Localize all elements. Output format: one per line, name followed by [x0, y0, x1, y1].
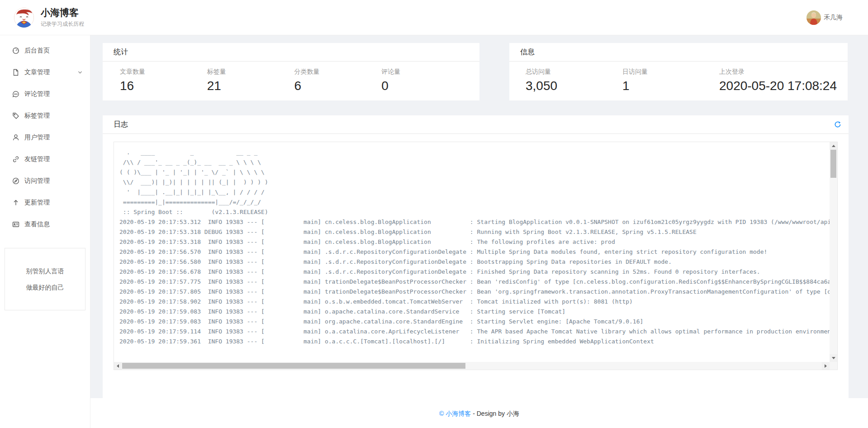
comment-icon: [12, 90, 19, 98]
stats-card: 统计 文章数量 16 标签量 21 分类数量 6: [103, 43, 479, 100]
stat-value: 1: [622, 79, 719, 93]
compass-icon: [12, 177, 19, 185]
stat-value: 2020-05-20 17:08:24: [719, 79, 837, 93]
user-avatar: [806, 10, 821, 25]
scroll-up-button[interactable]: [830, 142, 837, 150]
log-card-title: 日志: [114, 120, 128, 129]
site-title: 小海博客: [41, 7, 84, 19]
info-total-visits: 总访问量 3,050: [526, 68, 622, 93]
sidebar: 后台首页 文章管理 评论管理 标签管理: [0, 35, 90, 428]
sidebar-item-label: 评论管理: [24, 90, 50, 98]
dashboard-icon: [12, 47, 19, 54]
arrow-up-icon: [12, 199, 19, 206]
link-icon: [12, 156, 19, 163]
sidebar-item-updates[interactable]: 更新管理: [0, 192, 90, 214]
sidebar-item-comments[interactable]: 评论管理: [0, 83, 90, 105]
info-last-login: 上次登录 2020-05-20 17:08:24: [719, 68, 837, 93]
sidebar-item-label: 访问管理: [24, 177, 50, 185]
sidebar-item-label: 友链管理: [24, 155, 50, 163]
username: 禾几海: [824, 14, 843, 22]
motto-line-2: 做最好的自己: [9, 284, 81, 292]
sidebar-item-visits[interactable]: 访问管理: [0, 170, 90, 192]
brand[interactable]: 小海博客 记录学习成长历程: [14, 7, 84, 28]
footer-design-text: - Design by 小海: [471, 410, 519, 417]
motto-line-1: 别管别人言语: [9, 267, 81, 276]
sidebar-item-articles[interactable]: 文章管理: [0, 62, 90, 83]
sidebar-item-users[interactable]: 用户管理: [0, 127, 90, 148]
user-icon: [12, 134, 19, 141]
sidebar-item-label: 用户管理: [24, 133, 50, 142]
sidebar-item-label: 查看信息: [24, 220, 50, 228]
user-menu[interactable]: 禾几海: [806, 10, 843, 25]
sidebar-item-dashboard[interactable]: 后台首页: [0, 40, 90, 62]
horizontal-scrollbar[interactable]: [114, 362, 830, 370]
motto-box: 别管别人言语 做最好的自己: [5, 248, 85, 310]
stat-value: 0: [381, 79, 469, 93]
stat-label: 总访问量: [526, 68, 622, 76]
log-viewer: . ____ _ __ _ _ /\\ / ___'_ __ _ _(_)_ _…: [114, 142, 838, 370]
vertical-scrollbar[interactable]: [830, 142, 837, 362]
stat-tags: 标签量 21: [207, 68, 294, 93]
refresh-button[interactable]: [834, 121, 841, 128]
site-logo-icon: [14, 7, 34, 28]
log-lines: 2020-05-19 20:17:53.312 INFO 19383 --- […: [119, 217, 830, 347]
site-subtitle: 记录学习成长历程: [41, 20, 84, 28]
vertical-scroll-thumb[interactable]: [830, 150, 836, 178]
scrollbar-corner: [830, 362, 837, 370]
stat-categories: 分类数量 6: [294, 68, 382, 93]
sidebar-item-label: 文章管理: [24, 68, 50, 76]
info-daily-visits: 日访问量 1: [622, 68, 719, 93]
sidebar-item-label: 后台首页: [24, 47, 50, 55]
sidebar-item-tags[interactable]: 标签管理: [0, 105, 90, 127]
tag-icon: [12, 112, 19, 119]
chevron-down-icon: [77, 70, 83, 75]
stat-label: 文章数量: [120, 68, 207, 76]
stat-label: 上次登录: [719, 68, 837, 76]
info-card: 信息 总访问量 3,050 日访问量 1 上次登录 2020-05-20 17:: [509, 43, 848, 100]
id-card-icon: [12, 221, 19, 228]
footer-site-link[interactable]: © 小海博客: [439, 410, 471, 417]
scroll-left-button[interactable]: [114, 362, 122, 370]
top-header: 小海博客 记录学习成长历程 禾几海: [0, 0, 868, 35]
stat-label: 分类数量: [294, 68, 382, 76]
stat-label: 标签量: [207, 68, 294, 76]
content-area: 统计 文章数量 16 标签量 21 分类数量 6: [90, 35, 868, 398]
stat-label: 评论量: [381, 68, 469, 76]
reload-icon: [834, 121, 841, 128]
stat-value: 6: [294, 79, 382, 93]
scroll-down-button[interactable]: [830, 354, 837, 362]
scroll-right-button[interactable]: [822, 362, 830, 370]
document-icon: [12, 69, 19, 76]
sidebar-item-friend-links[interactable]: 友链管理: [0, 148, 90, 170]
stat-value: 16: [120, 79, 207, 93]
info-card-title: 信息: [509, 43, 848, 62]
stat-value: 3,050: [526, 79, 622, 93]
log-card: 日志 . ____ _ __ _ _ /\\ / ___'_ __ _ _(_)…: [103, 115, 849, 398]
stat-value: 21: [207, 79, 294, 93]
sidebar-item-label: 标签管理: [24, 112, 50, 120]
sidebar-item-view-info[interactable]: 查看信息: [0, 214, 90, 235]
page-footer: © 小海博客 - Design by 小海: [90, 398, 868, 428]
horizontal-scroll-thumb[interactable]: [122, 363, 465, 369]
sidebar-item-label: 更新管理: [24, 199, 50, 207]
stat-label: 日访问量: [622, 68, 719, 76]
log-content: . ____ _ __ _ _ /\\ / ___'_ __ _ _(_)_ _…: [114, 142, 830, 362]
stat-articles: 文章数量 16: [120, 68, 207, 93]
stat-comments: 评论量 0: [381, 68, 469, 93]
stats-card-title: 统计: [103, 43, 479, 62]
spring-boot-banner: . ____ _ __ _ _ /\\ / ___'_ __ _ _(_)_ _…: [119, 147, 830, 217]
